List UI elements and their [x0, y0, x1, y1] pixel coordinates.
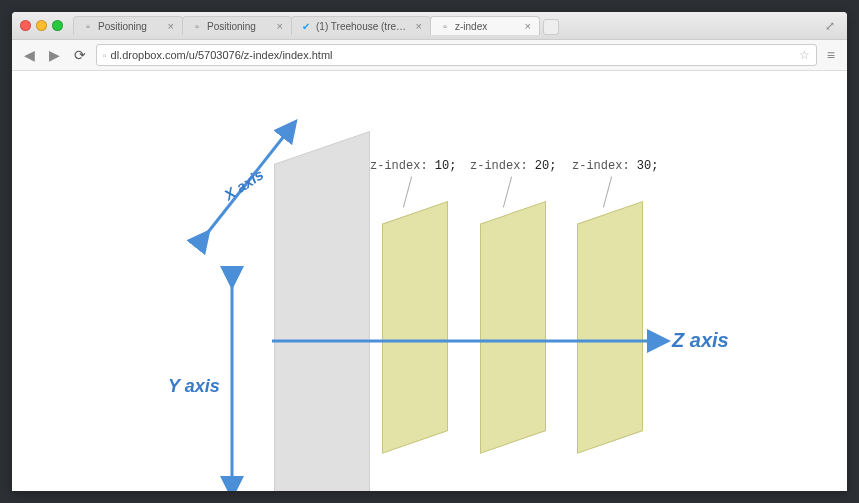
z-axis-label: Z axis: [672, 329, 729, 352]
viewport: z-index: 10; z-index: 20; z-index: 30;: [12, 71, 847, 491]
titlebar: ▫ Positioning × ▫ Positioning × ✔ (1) Tr…: [12, 12, 847, 40]
label-connector: [603, 176, 612, 207]
tab-close-icon[interactable]: ×: [168, 20, 174, 32]
tab-zindex[interactable]: ▫ z-index ×: [430, 16, 540, 35]
z-plane-20: [480, 201, 546, 454]
page-icon: ▫: [103, 50, 107, 61]
tab-positioning-2[interactable]: ▫ Positioning ×: [182, 16, 292, 35]
browser-window: ▫ Positioning × ▫ Positioning × ✔ (1) Tr…: [12, 12, 847, 491]
y-axis-label: Y axis: [168, 376, 220, 397]
tab-title: z-index: [455, 21, 521, 32]
tab-strip: ▫ Positioning × ▫ Positioning × ✔ (1) Tr…: [73, 16, 821, 35]
x-axis-label: X axis: [221, 166, 267, 204]
z-plane-30: [577, 201, 643, 454]
base-plane: [274, 131, 370, 491]
tab-title: Positioning: [98, 21, 164, 32]
new-tab-button[interactable]: [543, 19, 559, 35]
minimize-window-button[interactable]: [36, 20, 47, 31]
url-text: dl.dropbox.com/u/5703076/z-index/index.h…: [111, 49, 795, 61]
z-index-label-20: z-index: 20;: [470, 159, 556, 173]
file-icon: ▫: [82, 20, 94, 32]
back-button[interactable]: ◀: [20, 45, 39, 65]
z-index-label-10: z-index: 10;: [370, 159, 456, 173]
toolbar: ◀ ▶ ⟳ ▫ dl.dropbox.com/u/5703076/z-index…: [12, 40, 847, 71]
tab-close-icon[interactable]: ×: [416, 20, 422, 32]
tab-close-icon[interactable]: ×: [277, 20, 283, 32]
z-plane-10: [382, 201, 448, 454]
file-icon: ▫: [439, 20, 451, 32]
bookmark-icon[interactable]: ☆: [799, 48, 810, 62]
tab-positioning-1[interactable]: ▫ Positioning ×: [73, 16, 183, 35]
z-index-label-30: z-index: 30;: [572, 159, 658, 173]
menu-icon[interactable]: ≡: [823, 45, 839, 65]
maximize-window-button[interactable]: [52, 20, 63, 31]
twitter-icon: ✔: [300, 20, 312, 32]
reload-button[interactable]: ⟳: [70, 45, 90, 65]
tab-title: (1) Treehouse (treehouse): [316, 21, 412, 32]
z-index-diagram: z-index: 10; z-index: 20; z-index: 30;: [12, 71, 847, 491]
close-window-button[interactable]: [20, 20, 31, 31]
window-controls: [20, 20, 63, 31]
fullscreen-button[interactable]: ⤢: [821, 17, 839, 35]
file-icon: ▫: [191, 20, 203, 32]
tab-title: Positioning: [207, 21, 273, 32]
tab-treehouse[interactable]: ✔ (1) Treehouse (treehouse) ×: [291, 16, 431, 35]
label-connector: [503, 176, 512, 207]
forward-button[interactable]: ▶: [45, 45, 64, 65]
label-connector: [403, 176, 412, 207]
url-bar[interactable]: ▫ dl.dropbox.com/u/5703076/z-index/index…: [96, 44, 817, 66]
tab-close-icon[interactable]: ×: [525, 20, 531, 32]
